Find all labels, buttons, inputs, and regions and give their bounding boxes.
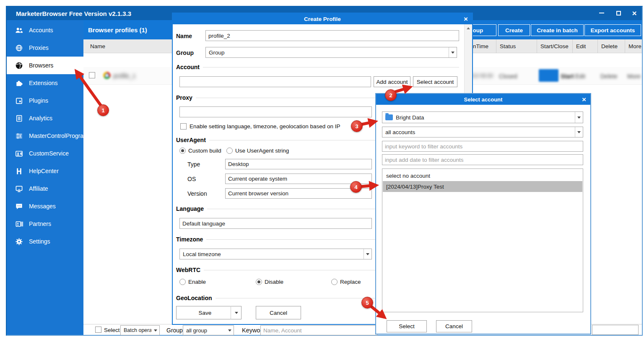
chevron-down-icon xyxy=(364,249,371,259)
use-ua-string-label: Use UserAgent string xyxy=(235,148,289,154)
account-filter-value: all accounts xyxy=(382,129,575,135)
select-account-button[interactable]: Select account xyxy=(413,76,457,87)
select-account-title: Select account xyxy=(464,96,503,103)
column-header-more[interactable]: More xyxy=(625,39,642,53)
column-header-edit[interactable]: Edit xyxy=(573,39,598,53)
minimize-icon xyxy=(599,13,604,13)
annotation-step-1: 1 xyxy=(97,104,109,116)
export-accounts-button[interactable]: Export accounts xyxy=(584,24,641,36)
row-start-label[interactable]: Start xyxy=(561,73,574,80)
sidebar-item-mastercontrolprogram[interactable]: MasterControlProgram xyxy=(7,127,83,145)
proxy-input[interactable] xyxy=(179,106,372,117)
account-filter-select[interactable]: all accounts xyxy=(382,127,583,137)
scroll-up-icon[interactable] xyxy=(465,24,472,32)
column-header-delete[interactable]: Delete xyxy=(598,39,625,53)
row-edit-link[interactable]: Edit xyxy=(575,73,585,80)
maximize-icon xyxy=(616,11,621,16)
sidebar-item-label: MasterControlProgram xyxy=(29,132,88,139)
annotation-step-5: 5 xyxy=(361,297,373,308)
cancel-button[interactable]: Cancel xyxy=(256,306,301,319)
keyword-input[interactable] xyxy=(260,325,378,335)
webrtc-enable-label: Enable xyxy=(188,279,206,285)
profile-name-input[interactable] xyxy=(205,30,459,41)
close-icon[interactable]: × xyxy=(582,96,586,103)
webrtc-disable-radio[interactable] xyxy=(256,279,262,285)
annotation-step-3: 3 xyxy=(351,120,363,132)
row-more-link[interactable]: More xyxy=(627,73,641,80)
sidebar-item-browsers[interactable]: Browsers xyxy=(7,57,83,74)
groups-value: all group xyxy=(183,327,226,334)
sidebar-item-partners[interactable]: Partners xyxy=(7,215,83,233)
row-start-toggle[interactable] xyxy=(539,69,558,82)
column-header-status[interactable]: Status xyxy=(496,39,537,53)
batch-operation-select[interactable]: Batch operation xyxy=(120,325,160,335)
account-keyword-filter-input[interactable] xyxy=(382,141,583,152)
window-maximize-button[interactable] xyxy=(611,8,626,18)
account-input[interactable] xyxy=(179,76,371,87)
sidebar-item-helpcenter[interactable]: HelpCenter xyxy=(7,162,83,180)
create-in-batch-button[interactable]: Create in batch xyxy=(531,24,584,36)
close-icon[interactable]: × xyxy=(464,16,468,23)
webrtc-replace-radio[interactable] xyxy=(331,279,338,285)
chevron-down-icon xyxy=(449,47,457,57)
sidebar-item-affiliate[interactable]: Affiliate xyxy=(7,180,83,197)
annotation-step-2: 2 xyxy=(385,89,397,101)
ip-settings-checkbox[interactable] xyxy=(180,123,187,130)
group-select[interactable]: Group xyxy=(205,47,457,58)
use-ua-string-radio[interactable] xyxy=(226,148,233,154)
custom-build-radio[interactable] xyxy=(179,148,186,154)
webrtc-replace-label: Replace xyxy=(340,279,361,285)
proxies-globe-icon xyxy=(15,44,23,52)
os-input[interactable] xyxy=(225,174,372,184)
create-button[interactable]: Create xyxy=(498,24,530,36)
row-checkbox[interactable] xyxy=(89,72,95,78)
webrtc-enable-radio[interactable] xyxy=(179,279,186,285)
timezone-value: Local timezone xyxy=(180,251,364,257)
dialog-cancel-button[interactable]: Cancel xyxy=(436,320,472,332)
sidebar-item-analytics[interactable]: Analytics xyxy=(7,109,83,127)
sidebar-item-label: Plugins xyxy=(29,97,48,104)
row-delete-link[interactable]: Delete xyxy=(600,73,617,80)
custom-build-label: Custom build xyxy=(188,148,221,154)
divider xyxy=(203,67,459,67)
sliders-icon xyxy=(15,132,23,140)
folder-icon xyxy=(385,114,393,120)
list-item-account[interactable]: [2024/04/13]Proxy Test xyxy=(383,181,582,192)
sidebar-item-plugins[interactable]: Plugins xyxy=(7,92,83,109)
version-input[interactable] xyxy=(225,188,372,199)
window-close-button[interactable]: × xyxy=(627,8,641,18)
groups-select[interactable]: all group xyxy=(183,325,234,335)
account-group-select[interactable]: Bright Data xyxy=(382,111,583,123)
sidebar-item-accounts[interactable]: Accounts xyxy=(7,21,83,39)
helpcenter-icon xyxy=(15,167,23,175)
bottom-right-input[interactable] xyxy=(592,325,639,335)
version-label: Version xyxy=(187,190,207,197)
timezone-select[interactable]: Local timezone xyxy=(179,249,372,259)
window-title: MarketerBrowser Free Version v2.1.3.3 xyxy=(16,10,131,17)
row-status: Closed xyxy=(499,73,517,80)
customservice-icon xyxy=(15,150,23,158)
column-header-start-close[interactable]: Start/Close xyxy=(537,39,573,53)
sidebar-item-messages[interactable]: Messages xyxy=(7,197,83,215)
chevron-down-icon xyxy=(575,127,583,137)
column-header-name[interactable]: Name xyxy=(87,39,171,53)
type-input[interactable] xyxy=(225,159,372,169)
sidebar-item-customservice[interactable]: CustomService xyxy=(7,145,83,162)
window-minimize-button[interactable] xyxy=(595,8,609,18)
add-account-button[interactable]: Add account xyxy=(374,76,410,87)
ip-settings-checkbox-label: Enable setting language, timezone, geolo… xyxy=(190,123,340,130)
select-all-checkbox[interactable] xyxy=(95,327,101,333)
sidebar-item-settings[interactable]: Settings xyxy=(7,233,83,250)
account-date-filter-input[interactable] xyxy=(382,154,583,165)
select-button[interactable]: Select xyxy=(387,320,427,332)
sidebar-item-extensions[interactable]: Extensions xyxy=(7,74,83,92)
language-input[interactable] xyxy=(179,218,372,229)
sidebar-item-label: Browsers xyxy=(29,62,53,69)
save-dropdown-button[interactable] xyxy=(231,306,242,319)
select-account-titlebar: Select account xyxy=(376,94,590,105)
analytics-icon xyxy=(15,114,23,122)
os-label: OS xyxy=(187,176,196,182)
sidebar-item-proxies[interactable]: Proxies xyxy=(7,39,83,57)
list-item-no-account[interactable]: select no account xyxy=(383,170,582,181)
sidebar-item-label: Settings xyxy=(29,238,50,245)
